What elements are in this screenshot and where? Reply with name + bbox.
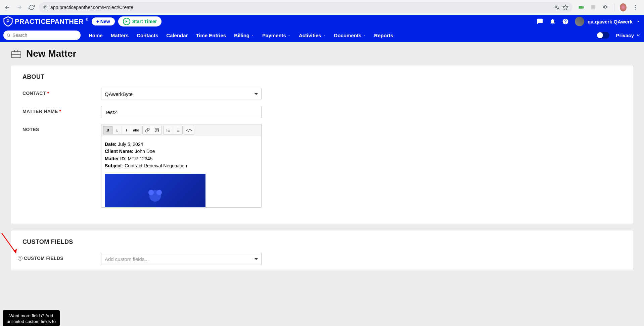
forward-button[interactable] bbox=[15, 3, 24, 12]
url-text: app.practicepanther.com/Project/Create bbox=[50, 5, 552, 10]
code-view-button[interactable]: </> bbox=[184, 126, 194, 134]
search-field[interactable] bbox=[12, 33, 77, 38]
back-button[interactable] bbox=[3, 3, 12, 12]
custom-fields-tooltip: Want more fields? Add unlimited custom f… bbox=[3, 310, 60, 326]
site-info-icon[interactable] bbox=[43, 5, 48, 10]
chevron-down-icon bbox=[636, 19, 641, 24]
brand-text: PRACTICEPANTHER bbox=[15, 18, 84, 25]
unordered-list-button[interactable] bbox=[173, 126, 182, 134]
custom-fields-select[interactable]: Add custom fields... bbox=[101, 253, 262, 265]
play-icon bbox=[123, 18, 130, 25]
user-menu[interactable]: qa.qawerk QAwerk bbox=[575, 17, 641, 26]
start-timer-button[interactable]: Start Timer bbox=[118, 16, 162, 26]
custom-fields-placeholder: Add custom fields... bbox=[105, 256, 149, 262]
privacy-toggle[interactable] bbox=[597, 32, 609, 39]
privacy-label[interactable]: Privacy bbox=[616, 33, 641, 38]
notes-editor: B U I abc bbox=[101, 124, 262, 208]
nav-calendar[interactable]: Calendar bbox=[166, 33, 188, 38]
profile-avatar-icon[interactable] bbox=[620, 4, 627, 11]
nav-contacts[interactable]: Contacts bbox=[137, 33, 158, 38]
svg-text:P: P bbox=[6, 18, 10, 24]
svg-rect-1 bbox=[45, 7, 46, 8]
contact-row: CONTACT* QAwerkByte bbox=[22, 88, 622, 100]
notes-row: NOTES B U I abc bbox=[22, 124, 622, 208]
custom-fields-label: ? CUSTOM FIELDS bbox=[18, 253, 101, 261]
user-name-label: qa.qawerk QAwerk bbox=[588, 19, 633, 24]
help-question-icon[interactable]: ? bbox=[18, 256, 22, 261]
app-top-bar: P PRACTICEPANTHER ® + New Start Timer qa… bbox=[0, 15, 644, 28]
chevron-double-left-icon bbox=[636, 33, 641, 38]
notes-label: NOTES bbox=[22, 124, 101, 132]
custom-fields-row: ? CUSTOM FIELDS Add custom fields... bbox=[18, 253, 622, 265]
nav-matters[interactable]: Matters bbox=[111, 33, 129, 38]
svg-rect-0 bbox=[44, 6, 47, 9]
chrome-extension-area bbox=[575, 3, 641, 11]
nav-activities[interactable]: Activities bbox=[299, 33, 326, 38]
ordered-list-button[interactable] bbox=[164, 126, 173, 134]
matter-name-input[interactable] bbox=[105, 109, 258, 115]
image-button[interactable] bbox=[152, 126, 162, 134]
svg-rect-9 bbox=[11, 52, 21, 58]
contact-label: CONTACT* bbox=[22, 88, 101, 96]
bookmark-star-icon[interactable] bbox=[562, 4, 568, 10]
chevron-down-icon bbox=[323, 34, 326, 37]
matter-name-input-wrap bbox=[101, 106, 262, 118]
chevron-down-icon bbox=[287, 34, 291, 37]
extension-icon-2[interactable] bbox=[590, 4, 597, 11]
extension-icon-1[interactable] bbox=[578, 4, 585, 11]
underline-button[interactable]: U bbox=[112, 126, 122, 134]
page-title: New Matter bbox=[26, 48, 76, 59]
link-button[interactable] bbox=[143, 126, 152, 134]
nav-time-entries[interactable]: Time Entries bbox=[196, 33, 226, 38]
nav-reports[interactable]: Reports bbox=[374, 33, 393, 38]
search-icon bbox=[7, 33, 10, 37]
briefcase-icon bbox=[11, 49, 21, 58]
svg-point-8 bbox=[7, 34, 9, 36]
new-button[interactable]: + New bbox=[92, 17, 115, 25]
main-nav: Home Matters Contacts Calendar Time Entr… bbox=[0, 28, 644, 42]
matter-name-label: MATTER NAME* bbox=[22, 106, 101, 114]
note-embedded-image bbox=[105, 174, 205, 207]
svg-point-4 bbox=[635, 5, 636, 6]
translate-icon[interactable] bbox=[554, 5, 560, 10]
custom-fields-heading: CUSTOM FIELDS bbox=[22, 238, 622, 246]
search-input[interactable] bbox=[3, 31, 81, 40]
svg-point-6 bbox=[635, 9, 636, 10]
italic-button[interactable]: I bbox=[122, 126, 131, 134]
strikethrough-button[interactable]: abc bbox=[131, 126, 141, 134]
chrome-menu-icon[interactable] bbox=[632, 4, 639, 11]
notifications-icon[interactable] bbox=[549, 18, 556, 25]
nav-home[interactable]: Home bbox=[89, 33, 103, 38]
chevron-down-icon bbox=[363, 34, 366, 37]
extensions-puzzle-icon[interactable] bbox=[602, 4, 609, 11]
matter-name-row: MATTER NAME* bbox=[22, 106, 622, 118]
svg-rect-3 bbox=[591, 5, 595, 9]
page-content: New Matter ABOUT CONTACT* QAwerkByte MAT… bbox=[0, 42, 644, 326]
url-bar[interactable]: app.practicepanther.com/Project/Create bbox=[39, 2, 572, 13]
caret-down-icon bbox=[255, 258, 258, 260]
chevron-down-icon bbox=[251, 34, 254, 37]
svg-rect-2 bbox=[579, 6, 583, 9]
reload-button[interactable] bbox=[27, 3, 36, 12]
about-heading: ABOUT bbox=[22, 73, 622, 80]
divider bbox=[614, 3, 614, 11]
page-header: New Matter bbox=[11, 48, 633, 59]
svg-point-5 bbox=[635, 7, 636, 8]
about-card: ABOUT CONTACT* QAwerkByte MATTER NAME* bbox=[11, 65, 633, 224]
custom-fields-card: CUSTOM FIELDS ? CUSTOM FIELDS Add custom… bbox=[11, 230, 633, 270]
editor-content[interactable]: Date: July 5, 2024 Client Name: John Doe… bbox=[101, 136, 261, 207]
nav-billing[interactable]: Billing bbox=[234, 33, 254, 38]
contact-value: QAwerkByte bbox=[105, 91, 133, 97]
contact-select[interactable]: QAwerkByte bbox=[101, 88, 262, 100]
messages-icon[interactable] bbox=[537, 18, 543, 25]
bold-button[interactable]: B bbox=[103, 126, 112, 134]
help-icon[interactable] bbox=[562, 18, 569, 25]
logo-shield-icon: P bbox=[3, 16, 13, 27]
nav-payments[interactable]: Payments bbox=[262, 33, 291, 38]
caret-down-icon bbox=[255, 93, 258, 95]
browser-toolbar: app.practicepanther.com/Project/Create bbox=[0, 0, 644, 15]
svg-point-11 bbox=[156, 129, 156, 130]
app-logo[interactable]: P PRACTICEPANTHER ® bbox=[3, 16, 88, 27]
avatar bbox=[575, 17, 584, 26]
nav-documents[interactable]: Documents bbox=[334, 33, 366, 38]
